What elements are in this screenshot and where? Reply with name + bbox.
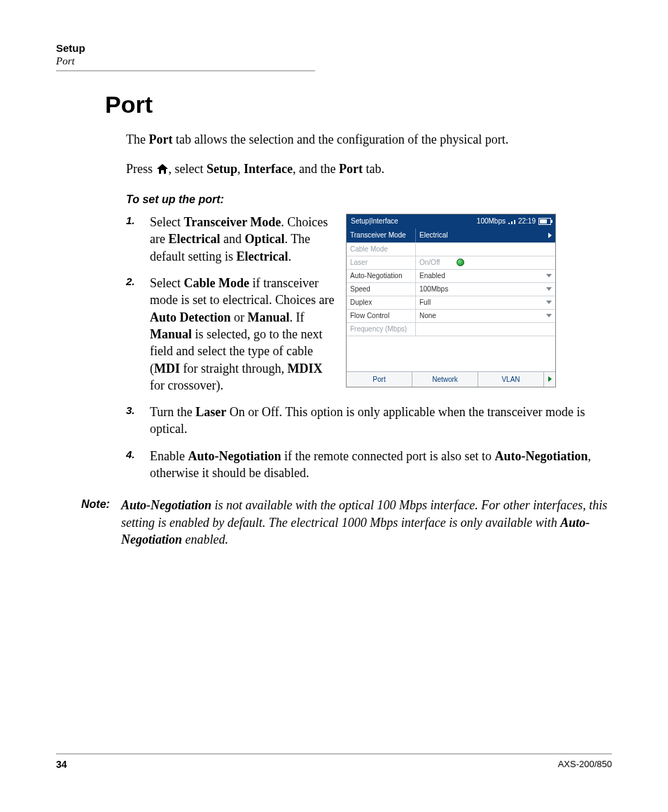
- text: tab.: [363, 162, 384, 176]
- row-frequency: Frequency (Mbps): [347, 323, 555, 336]
- text: , select: [169, 162, 207, 176]
- note-text: Auto-Negotiation is not available with t…: [121, 497, 612, 548]
- navigation-instruction: Press , select Setup, Interface, and the…: [126, 160, 612, 179]
- bold-setup: Setup: [207, 162, 237, 176]
- field-label: Laser: [347, 256, 415, 269]
- steps-and-screenshot: 1. Select Transceiver Mode. Choices are …: [126, 214, 612, 404]
- page-header: Setup Port: [56, 42, 612, 71]
- step-text: Select Transceiver Mode. Choices are Ele…: [150, 214, 336, 265]
- text: if the remote connected port is also set…: [281, 449, 494, 463]
- chevron-down-icon: [546, 301, 552, 304]
- text: , and the: [293, 162, 339, 176]
- bold: Auto-Negotiation: [121, 498, 211, 512]
- text: The: [126, 132, 148, 146]
- bold-port-tab: Port: [339, 162, 363, 176]
- text: enabled.: [182, 532, 228, 546]
- chevron-down-icon: [546, 314, 552, 317]
- field-value: 100Mbps: [415, 283, 555, 296]
- field-value: Electrical: [415, 228, 555, 242]
- step-text: Enable Auto-Negotiation if the remote co…: [150, 448, 612, 482]
- screenshot-breadcrumb: Setup|Interface: [351, 216, 398, 226]
- header-rule: [56, 70, 315, 71]
- row-auto-negotiation[interactable]: Auto-Negotiation Enabled: [347, 270, 555, 283]
- intro-paragraph: The Port tab allows the selection and th…: [126, 131, 612, 148]
- device-screenshot: Setup|Interface 100Mbps 22:19 Transceive…: [346, 214, 556, 387]
- field-label: Speed: [347, 283, 415, 296]
- text: Turn the: [150, 405, 195, 419]
- row-duplex[interactable]: Duplex Full: [347, 296, 555, 310]
- bold: Auto-Negotiation: [494, 449, 587, 463]
- page-title: Port: [105, 91, 612, 118]
- step-number: 4.: [126, 448, 150, 462]
- bold: Manual: [247, 310, 289, 324]
- row-speed[interactable]: Speed 100Mbps: [347, 283, 555, 296]
- step-number: 1.: [126, 214, 150, 228]
- field-label: Auto-Negotiation: [347, 270, 415, 282]
- field-label: Cable Mode: [347, 243, 415, 256]
- chevron-right-icon: [548, 233, 552, 238]
- text: Enable: [150, 449, 188, 463]
- footer-rule: [56, 753, 612, 755]
- spacer: [347, 336, 555, 371]
- footer-line: 34 AXS-200/850: [56, 759, 612, 770]
- field-label: Flow Control: [347, 310, 415, 322]
- text: tab allows the selection and the configu…: [172, 132, 508, 146]
- text: Press: [126, 162, 156, 176]
- chapter-label: Setup: [56, 42, 612, 54]
- bold: Auto-Negotiation: [188, 449, 281, 463]
- home-icon: [156, 162, 169, 179]
- tab-network[interactable]: Network: [412, 372, 478, 387]
- bold-interface: Interface: [244, 162, 293, 176]
- text: and: [220, 232, 244, 246]
- field-label: Frequency (Mbps): [347, 323, 415, 336]
- text: Select: [150, 215, 183, 229]
- text: ,: [237, 162, 244, 176]
- text: for straight through,: [180, 362, 287, 376]
- status-time: 22:19: [518, 216, 536, 226]
- field-value: Full: [415, 296, 555, 309]
- field-value: On/Off: [415, 256, 555, 269]
- status-area: 100Mbps 22:19: [477, 216, 551, 226]
- bold: Optical: [244, 232, 284, 246]
- product-model: AXS-200/850: [558, 759, 612, 770]
- tab-port[interactable]: Port: [347, 372, 412, 387]
- page-footer: 34 AXS-200/850: [56, 753, 612, 770]
- text: Select: [150, 276, 183, 290]
- screenshot-tabs: Port Network VLAN: [347, 371, 555, 387]
- network-icon: [508, 219, 515, 224]
- procedure-heading: To set up the port:: [126, 192, 612, 207]
- screenshot-body: Transceiver Mode Electrical Cable Mode L…: [347, 228, 555, 387]
- bold: Electrical: [168, 232, 220, 246]
- row-flow-control[interactable]: Flow Control None: [347, 310, 555, 323]
- led-indicator-icon: [457, 259, 464, 266]
- bold: MDIX: [287, 362, 322, 376]
- chevron-down-icon: [546, 274, 552, 277]
- bold: Transceiver Mode: [183, 215, 281, 229]
- chevron-down-icon: [546, 287, 552, 291]
- steps-column: 1. Select Transceiver Mode. Choices are …: [126, 214, 336, 404]
- bold: Laser: [195, 405, 226, 419]
- body-content: The Port tab allows the selection and th…: [126, 131, 612, 481]
- field-label: Transceiver Mode: [347, 228, 415, 242]
- manual-page: Setup Port Port The Port tab allows the …: [0, 0, 668, 812]
- text: .: [288, 249, 291, 263]
- tab-scroll-right[interactable]: [544, 372, 555, 387]
- row-transceiver-mode[interactable]: Transceiver Mode Electrical: [347, 228, 555, 243]
- bold-port: Port: [148, 132, 172, 146]
- step-4: 4. Enable Auto-Negotiation if the remote…: [126, 448, 612, 482]
- text: or: [230, 310, 247, 324]
- page-number: 34: [56, 759, 67, 770]
- note-block: Note: Auto-Negotiation is not available …: [81, 497, 612, 548]
- step-text: Select Cable Mode if transceiver mode is…: [150, 275, 336, 394]
- step-number: 2.: [126, 275, 150, 289]
- section-label: Port: [56, 55, 612, 67]
- tab-vlan[interactable]: VLAN: [478, 372, 544, 387]
- status-link-speed: 100Mbps: [477, 216, 506, 226]
- step-number: 3.: [126, 404, 150, 418]
- row-cable-mode: Cable Mode: [347, 243, 555, 256]
- screenshot-titlebar: Setup|Interface 100Mbps 22:19: [347, 214, 555, 228]
- bold: Manual: [150, 327, 192, 341]
- step-3: 3. Turn the Laser On or Off. This option…: [126, 404, 612, 438]
- row-laser: Laser On/Off: [347, 256, 555, 270]
- battery-icon: [538, 218, 551, 225]
